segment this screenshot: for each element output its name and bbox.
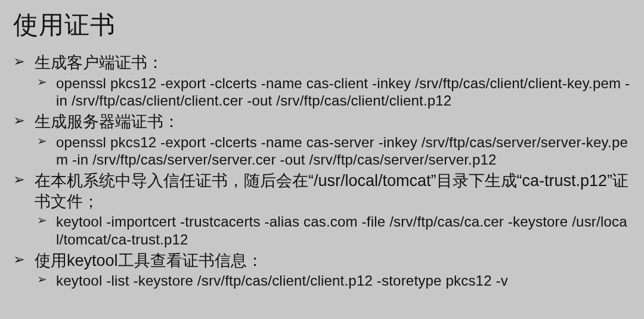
code-line: keytool -list -keystore /srv/ftp/cas/cli… [35,272,631,289]
list-item: 在本机系统中导入信任证书，随后会在“/usr/local/tomcat”目录下生… [13,171,631,248]
sub-list: keytool -list -keystore /srv/ftp/cas/cli… [35,272,631,289]
list-item-label: 在本机系统中导入信任证书，随后会在“/usr/local/tomcat”目录下生… [35,172,628,210]
list-item-label: 生成服务器端证书： [35,113,179,131]
bullet-list: 生成客户端证书： openssl pkcs12 -export -clcerts… [13,52,631,290]
sub-list: openssl pkcs12 -export -clcerts -name ca… [35,75,631,110]
code-line: keytool -importcert -trustcacerts -alias… [35,213,631,248]
code-line: openssl pkcs12 -export -clcerts -name ca… [35,75,631,110]
sub-list: openssl pkcs12 -export -clcerts -name ca… [35,134,631,169]
list-item-label: 生成客户端证书： [35,54,163,72]
code-line: openssl pkcs12 -export -clcerts -name ca… [35,134,631,169]
list-item-label: 使用keytool工具查看证书信息： [35,252,263,270]
list-item: 生成服务器端证书： openssl pkcs12 -export -clcert… [13,112,631,168]
list-item: 生成客户端证书： openssl pkcs12 -export -clcerts… [13,52,631,109]
sub-list: keytool -importcert -trustcacerts -alias… [35,213,631,248]
list-item: 使用keytool工具查看证书信息： keytool -list -keysto… [13,250,631,290]
page-title: 使用证书 [13,8,631,42]
